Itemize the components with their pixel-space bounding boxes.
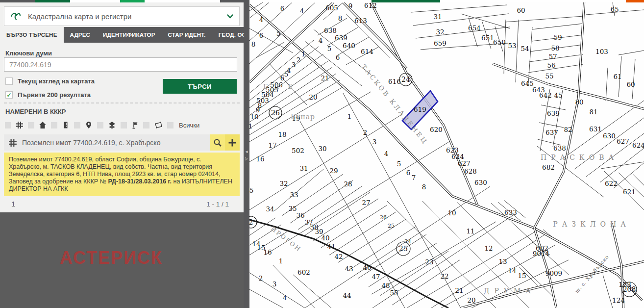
- svg-text:42: 42: [334, 253, 343, 260]
- svg-text:2: 2: [363, 128, 368, 136]
- search-tabs: БЪРЗО ТЪРСЕНЕ АДРЕС ИДЕНТИФИКАТОР СТАР И…: [0, 27, 244, 43]
- filter-checkbox-flag[interactable]: [121, 122, 127, 128]
- svg-text:638: 638: [324, 26, 337, 34]
- svg-text:13: 13: [498, 257, 507, 265]
- svg-text:9014: 9014: [533, 250, 549, 257]
- svg-text:9: 9: [348, 2, 353, 10]
- filter-checkbox-parcel[interactable]: [5, 122, 11, 128]
- svg-text:18: 18: [278, 130, 286, 138]
- svg-text:31: 31: [433, 13, 442, 21]
- parcel-grid-icon[interactable]: [16, 121, 24, 129]
- svg-text:15: 15: [518, 272, 526, 280]
- svg-text:5: 5: [249, 186, 253, 194]
- svg-text:616: 616: [388, 77, 401, 85]
- svg-text:12: 12: [484, 244, 493, 252]
- polygon-icon[interactable]: [154, 121, 163, 129]
- expand-right-icon[interactable]: ▷: [245, 157, 248, 161]
- svg-text:55: 55: [390, 289, 398, 297]
- svg-text:654: 654: [468, 24, 481, 32]
- first-200-checkbox-row[interactable]: ✓ Първите 200 резултата: [5, 91, 91, 99]
- first-200-checkbox[interactable]: ✓: [5, 91, 13, 99]
- search-button[interactable]: ТЪРСИ: [163, 79, 237, 94]
- svg-text:45: 45: [554, 91, 562, 99]
- filter-checkbox-polygon[interactable]: [143, 122, 149, 128]
- asterisk-watermark: АСТЕРИСК: [60, 248, 163, 268]
- svg-text:60: 60: [626, 80, 635, 88]
- filter-checkbox-building[interactable]: [51, 122, 57, 128]
- home-icon[interactable]: [39, 121, 47, 129]
- svg-text:65: 65: [610, 5, 619, 13]
- result-item-title: Поземлен имот 77400.24.619, с. Храбърско: [22, 139, 210, 147]
- svg-text:602: 602: [297, 268, 310, 276]
- svg-text:5: 5: [284, 70, 289, 78]
- svg-text:35: 35: [288, 205, 297, 212]
- flag-icon[interactable]: [131, 121, 139, 129]
- svg-text:11: 11: [466, 227, 474, 235]
- svg-text:60: 60: [517, 6, 525, 14]
- svg-text:1: 1: [279, 257, 283, 265]
- svg-text:59: 59: [553, 33, 562, 41]
- tab-address[interactable]: АДРЕС: [64, 27, 97, 43]
- svg-text:21: 21: [455, 286, 463, 294]
- svg-text:5: 5: [327, 45, 332, 52]
- svg-text:637: 637: [545, 128, 558, 136]
- svg-text:638: 638: [553, 144, 566, 152]
- pagination: 1 1 - 1 / 1: [0, 200, 244, 211]
- map-canvas[interactable]: 2426252082646059612861346386563946405614…: [249, 2, 644, 308]
- svg-text:14: 14: [508, 267, 516, 275]
- svg-text:1: 1: [301, 50, 306, 58]
- result-list-item[interactable]: Поземлен имот 77400.24.619, с. Храбърско: [4, 134, 240, 151]
- current-view-checkbox[interactable]: [5, 77, 13, 85]
- svg-text:2: 2: [297, 56, 301, 64]
- svg-text:22: 22: [440, 272, 448, 280]
- first-200-label: Първите 200 резултата: [18, 91, 91, 99]
- svg-text:631: 631: [589, 125, 602, 133]
- add-result-button[interactable]: [225, 134, 240, 151]
- sidebar-collapse-strip[interactable]: ◄ ▷: [244, 2, 249, 308]
- svg-text:16: 16: [256, 155, 264, 163]
- svg-text:41: 41: [327, 243, 335, 251]
- svg-text:1: 1: [347, 112, 352, 120]
- svg-text:80: 80: [575, 98, 583, 106]
- svg-text:627: 627: [617, 137, 629, 145]
- keywords-input[interactable]: [4, 57, 237, 72]
- tab-quick-search[interactable]: БЪРЗО ТЪРСЕНЕ: [0, 27, 64, 43]
- current-view-checkbox-row[interactable]: Текущ изглед на картата: [5, 77, 95, 85]
- app-logo-icon: [10, 11, 21, 21]
- svg-text:32: 32: [436, 28, 444, 36]
- dashed-separator: [4, 103, 240, 103]
- result-detail-box: Поземлен имот 77400.24.619, област София…: [4, 153, 240, 196]
- svg-text:3: 3: [272, 280, 277, 288]
- svg-text:630: 630: [603, 132, 616, 140]
- zoom-to-result-button[interactable]: [210, 134, 225, 151]
- collapse-left-icon[interactable]: ◄: [245, 150, 248, 154]
- svg-text:25: 25: [388, 223, 395, 229]
- tab-old-identifier[interactable]: СТАР ИДЕНТ.: [162, 27, 212, 43]
- map-layer-dropdown[interactable]: Кадастрална карта и регистри: [4, 6, 240, 26]
- filter-checkbox-all[interactable]: [167, 122, 173, 128]
- dropdown-selected-label: Кадастрална карта и регистри: [28, 12, 227, 21]
- sidebar-footer: АСТЕРИСК: [0, 212, 244, 308]
- svg-text:620: 620: [430, 126, 443, 133]
- svg-text:56: 56: [547, 61, 555, 69]
- circled-block-numbers: 2426252082: [249, 73, 637, 297]
- svg-text:628: 628: [464, 167, 477, 175]
- svg-text:123: 123: [619, 281, 631, 288]
- svg-text:4: 4: [259, 16, 264, 24]
- svg-text:103: 103: [595, 48, 608, 55]
- page-number[interactable]: 1: [11, 200, 15, 208]
- building-icon[interactable]: [62, 121, 70, 129]
- svg-text:651: 651: [481, 34, 494, 42]
- filter-checkbox-home[interactable]: [28, 122, 34, 128]
- parcel-grid-icon: [8, 138, 17, 147]
- svg-text:6: 6: [259, 31, 264, 39]
- svg-text:4: 4: [283, 294, 287, 302]
- svg-text:26: 26: [271, 109, 280, 117]
- filter-checkbox-layers[interactable]: [97, 122, 103, 128]
- filter-checkbox-point[interactable]: [74, 122, 80, 128]
- tab-identifier[interactable]: ИДЕНТИФИКАТОР: [97, 27, 162, 43]
- map-pin-icon[interactable]: [85, 121, 93, 129]
- svg-text:46: 46: [363, 263, 371, 271]
- layers-icon[interactable]: [108, 121, 116, 129]
- svg-text:32: 32: [279, 180, 288, 187]
